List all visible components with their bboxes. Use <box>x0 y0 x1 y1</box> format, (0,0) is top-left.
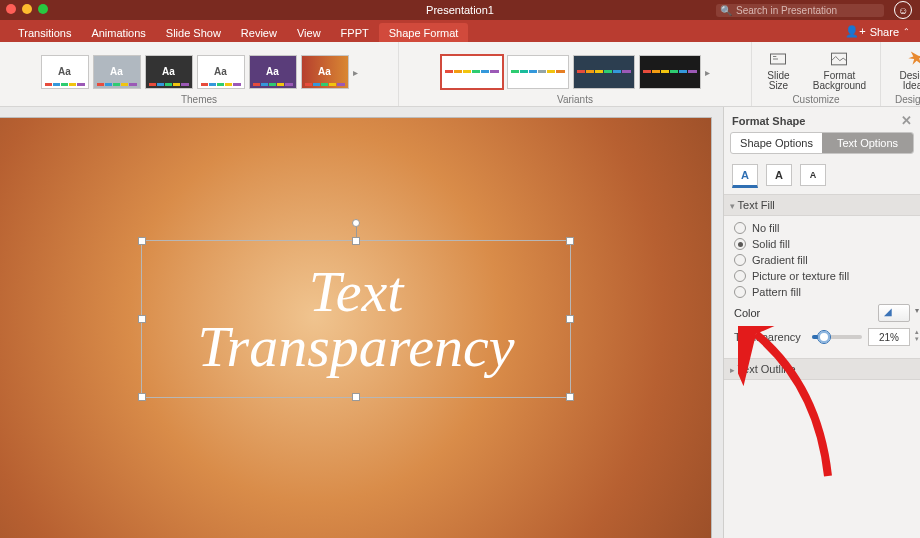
slide-size-button[interactable]: Slide Size <box>756 47 801 93</box>
radio-solid-fill[interactable]: Solid fill <box>734 236 910 252</box>
main-area: Text Transparency Format Shape ✕ Shape O… <box>0 107 920 538</box>
variants-gallery[interactable]: ▸ <box>439 51 712 93</box>
tab-animations[interactable]: Animations <box>81 23 155 42</box>
ribbon-tabs: Transitions Animations Slide Show Review… <box>0 20 920 42</box>
variants-group-label: Variants <box>557 94 593 105</box>
slider-knob[interactable] <box>817 330 831 344</box>
slide-size-icon <box>768 49 788 69</box>
variant-thumb[interactable] <box>507 55 569 89</box>
format-background-button[interactable]: Format Background <box>803 47 876 93</box>
share-label: Share <box>870 26 899 38</box>
shape-options-button[interactable]: Shape Options <box>731 133 822 153</box>
themes-gallery[interactable]: Aa Aa Aa Aa Aa Aa ▸ <box>39 51 360 93</box>
transparency-label: Transparency <box>734 331 806 343</box>
slide-text-line2: Transparency <box>198 319 515 374</box>
tab-fppt[interactable]: FPPT <box>331 23 379 42</box>
format-shape-pane: Format Shape ✕ Shape Options Text Option… <box>723 107 920 538</box>
theme-thumb[interactable]: Aa <box>197 55 245 89</box>
text-box-selection[interactable]: Text Transparency <box>141 240 571 398</box>
textbox-tab[interactable]: A <box>800 164 826 186</box>
transparency-spinner[interactable]: 21% ▴▾ <box>868 328 910 346</box>
document-title: Presentation1 <box>426 4 494 16</box>
search-icon: 🔍 <box>720 5 732 16</box>
themes-more-icon[interactable]: ▸ <box>353 67 358 78</box>
transparency-value: 21% <box>879 332 899 343</box>
text-box-content[interactable]: Text Transparency <box>142 241 570 397</box>
theme-thumb[interactable]: Aa <box>249 55 297 89</box>
slide-canvas[interactable]: Text Transparency <box>0 107 723 538</box>
window-controls <box>6 4 48 14</box>
close-pane-icon[interactable]: ✕ <box>901 113 912 128</box>
search-input[interactable]: 🔍 Search in Presentation <box>716 4 884 17</box>
tab-slide-show[interactable]: Slide Show <box>156 23 231 42</box>
variant-thumb[interactable] <box>639 55 701 89</box>
slide[interactable]: Text Transparency <box>0 117 712 538</box>
minimize-window-icon[interactable] <box>22 4 32 14</box>
radio-no-fill[interactable]: No fill <box>734 220 910 236</box>
themes-group-label: Themes <box>181 94 217 105</box>
theme-thumb[interactable]: Aa <box>93 55 141 89</box>
theme-thumb[interactable]: Aa <box>145 55 193 89</box>
slide-size-label: Slide Size <box>764 71 793 91</box>
variant-thumb[interactable] <box>573 55 635 89</box>
tab-review[interactable]: Review <box>231 23 287 42</box>
spinner-arrows-icon[interactable]: ▴▾ <box>915 328 919 342</box>
text-fill-options: No fill Solid fill Gradient fill Picture… <box>724 216 920 358</box>
design-ideas-icon <box>905 49 920 69</box>
designer-group-label: Designer <box>895 94 920 105</box>
text-options-button[interactable]: Text Options <box>822 133 913 153</box>
close-window-icon[interactable] <box>6 4 16 14</box>
customize-group-label: Customize <box>792 94 839 105</box>
chevron-down-icon: ⌃ <box>903 27 910 36</box>
share-button[interactable]: 👤+ Share ⌃ <box>845 25 910 38</box>
pane-title: Format Shape <box>732 115 805 127</box>
share-icon: 👤+ <box>845 25 865 38</box>
radio-pattern-fill[interactable]: Pattern fill <box>734 284 910 300</box>
ribbon: Aa Aa Aa Aa Aa Aa ▸ Themes ▸ Variants Sl… <box>0 42 920 107</box>
text-outline-header[interactable]: Text Outline <box>724 358 920 380</box>
radio-picture-texture-fill[interactable]: Picture or texture fill <box>734 268 910 284</box>
text-fill-header[interactable]: Text Fill <box>724 194 920 216</box>
title-bar: Presentation1 🔍 Search in Presentation ☺ <box>0 0 920 20</box>
options-segmented: Shape Options Text Options <box>730 132 914 154</box>
color-label: Color <box>734 307 760 319</box>
variants-more-icon[interactable]: ▸ <box>705 67 710 78</box>
tab-shape-format[interactable]: Shape Format <box>379 23 469 42</box>
paint-bucket-icon: ◢ <box>884 306 892 317</box>
text-option-tabs: A A A <box>724 160 920 194</box>
rotate-handle[interactable] <box>352 219 360 227</box>
text-effects-tab[interactable]: A <box>766 164 792 186</box>
format-background-icon <box>829 49 849 69</box>
fill-color-button[interactable]: ◢ <box>878 304 910 322</box>
theme-thumb[interactable]: Aa <box>301 55 349 89</box>
zoom-window-icon[interactable] <box>38 4 48 14</box>
text-fill-outline-tab[interactable]: A <box>732 164 758 188</box>
feedback-icon[interactable]: ☺ <box>894 1 912 19</box>
theme-thumb[interactable]: Aa <box>41 55 89 89</box>
slide-text-line1: Text <box>309 264 404 319</box>
tab-transitions[interactable]: Transitions <box>8 23 81 42</box>
search-placeholder: Search in Presentation <box>736 5 837 16</box>
radio-gradient-fill[interactable]: Gradient fill <box>734 252 910 268</box>
design-ideas-button[interactable]: Design Ideas <box>885 47 920 93</box>
design-ideas-label: Design Ideas <box>893 71 920 91</box>
tab-view[interactable]: View <box>287 23 331 42</box>
variant-thumb[interactable] <box>441 55 503 89</box>
transparency-slider[interactable] <box>812 335 862 339</box>
format-background-label: Format Background <box>811 71 868 91</box>
